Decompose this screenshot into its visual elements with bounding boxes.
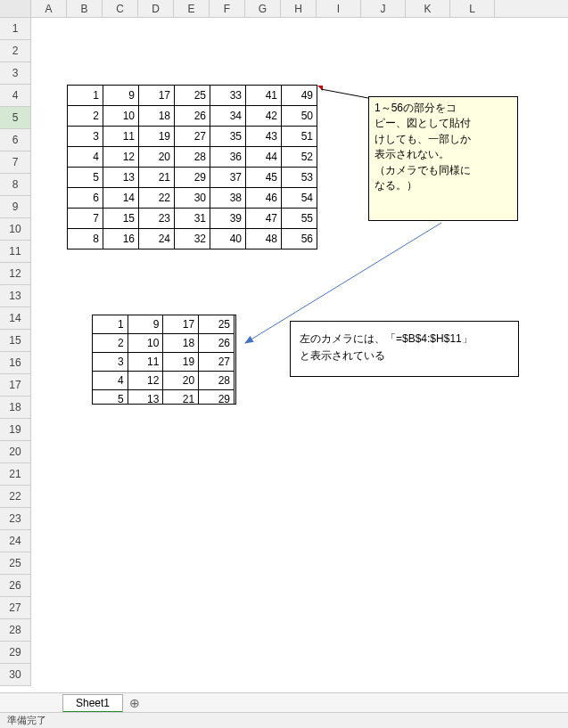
data-cell[interactable]: 39 (210, 209, 246, 229)
row-header[interactable]: 1 (0, 18, 30, 40)
data-cell[interactable]: 12 (103, 147, 139, 168)
row-header[interactable]: 21 (0, 463, 30, 486)
data-cell[interactable]: 15 (103, 209, 139, 229)
data-cell[interactable]: 18 (139, 106, 175, 127)
row-header[interactable]: 19 (0, 419, 30, 441)
data-cell[interactable]: 8 (68, 229, 103, 249)
col-header[interactable]: G (245, 0, 281, 17)
col-header[interactable]: I (317, 0, 361, 17)
data-cell[interactable]: 54 (282, 188, 317, 209)
col-header[interactable]: D (138, 0, 174, 17)
col-header[interactable]: A (31, 0, 67, 17)
data-cell[interactable]: 20 (139, 147, 175, 168)
data-cell[interactable]: 55 (282, 209, 317, 229)
data-cell[interactable]: 41 (246, 86, 282, 106)
col-header[interactable]: F (210, 0, 245, 17)
data-cell[interactable]: 35 (210, 127, 246, 147)
col-header[interactable]: B (67, 0, 103, 17)
data-cell[interactable]: 56 (282, 229, 317, 249)
row-header[interactable]: 15 (0, 330, 30, 352)
col-header[interactable]: H (281, 0, 317, 17)
col-header[interactable]: C (103, 0, 138, 17)
data-cell[interactable]: 48 (246, 229, 282, 249)
row-header[interactable]: 13 (0, 285, 30, 307)
camera-picture-object[interactable]: 1917252101826311192741220285132129 (92, 315, 236, 405)
data-cell[interactable]: 17 (139, 86, 175, 106)
data-cell[interactable]: 44 (246, 147, 282, 168)
row-header[interactable]: 11 (0, 241, 30, 263)
data-cell[interactable]: 42 (246, 106, 282, 127)
row-header[interactable]: 30 (0, 664, 30, 686)
data-cell[interactable]: 27 (175, 127, 210, 147)
data-cell[interactable]: 51 (282, 127, 317, 147)
row-header[interactable]: 20 (0, 441, 30, 463)
row-header[interactable]: 18 (0, 397, 30, 419)
data-cell[interactable]: 22 (139, 188, 175, 209)
data-cell[interactable]: 49 (282, 86, 317, 106)
col-header[interactable]: J (361, 0, 406, 17)
data-cell[interactable]: 11 (103, 127, 139, 147)
worksheet-grid[interactable]: A B C D E F G H I J K L 1234567891011121… (0, 0, 568, 691)
data-cell[interactable]: 5 (68, 168, 103, 188)
row-header[interactable]: 10 (0, 218, 30, 241)
row-header[interactable]: 2 (0, 40, 30, 62)
data-cell[interactable]: 52 (282, 147, 317, 168)
col-header[interactable]: E (174, 0, 210, 17)
row-header[interactable]: 5 (0, 107, 30, 129)
row-header[interactable]: 8 (0, 174, 30, 196)
data-cell[interactable]: 10 (103, 106, 139, 127)
cell-comment-box[interactable]: 1～56の部分をコ ピー、図として貼付 けしても、一部しか 表示されない。 （カ… (368, 96, 518, 221)
row-header[interactable]: 3 (0, 62, 30, 85)
row-header[interactable]: 17 (0, 374, 30, 397)
sheet-tab-active[interactable]: Sheet1 (62, 694, 123, 713)
add-sheet-button[interactable]: ⊕ (125, 693, 144, 713)
row-header[interactable]: 12 (0, 263, 30, 285)
col-header[interactable]: K (406, 0, 450, 17)
row-header[interactable]: 29 (0, 642, 30, 664)
data-cell[interactable]: 28 (175, 147, 210, 168)
data-cell[interactable]: 30 (175, 188, 210, 209)
data-cell[interactable]: 31 (175, 209, 210, 229)
data-cell[interactable]: 19 (139, 127, 175, 147)
data-cell[interactable]: 25 (175, 86, 210, 106)
row-header[interactable]: 27 (0, 597, 30, 619)
data-cell[interactable]: 16 (103, 229, 139, 249)
data-cell[interactable]: 38 (210, 188, 246, 209)
data-cell[interactable]: 40 (210, 229, 246, 249)
data-cell[interactable]: 3 (68, 127, 103, 147)
select-all-corner[interactable] (0, 0, 31, 17)
data-cell[interactable]: 13 (103, 168, 139, 188)
row-header[interactable]: 28 (0, 619, 30, 642)
data-cell[interactable]: 1 (68, 86, 103, 106)
row-header[interactable]: 24 (0, 530, 30, 552)
data-cell[interactable]: 33 (210, 86, 246, 106)
data-cell[interactable]: 47 (246, 209, 282, 229)
row-header[interactable]: 23 (0, 508, 30, 530)
row-header[interactable]: 9 (0, 196, 30, 218)
data-cell[interactable]: 24 (139, 229, 175, 249)
data-cell[interactable]: 6 (68, 188, 103, 209)
data-cell[interactable]: 9 (103, 86, 139, 106)
data-cell[interactable]: 46 (246, 188, 282, 209)
row-header[interactable]: 7 (0, 151, 30, 174)
data-cell[interactable]: 34 (210, 106, 246, 127)
row-header[interactable]: 26 (0, 575, 30, 597)
data-cell[interactable]: 45 (246, 168, 282, 188)
row-header[interactable]: 14 (0, 307, 30, 330)
data-cell[interactable]: 50 (282, 106, 317, 127)
data-cell[interactable]: 43 (246, 127, 282, 147)
data-cell[interactable]: 4 (68, 147, 103, 168)
row-header[interactable]: 4 (0, 85, 30, 107)
data-cell[interactable]: 14 (103, 188, 139, 209)
data-cell[interactable]: 37 (210, 168, 246, 188)
explanation-text-box[interactable]: 左のカメラには、「=$B$4:$H$11」 と表示されている (290, 321, 519, 377)
row-header[interactable]: 16 (0, 352, 30, 374)
data-cell[interactable]: 32 (175, 229, 210, 249)
data-cell[interactable]: 26 (175, 106, 210, 127)
row-header[interactable]: 6 (0, 129, 30, 151)
data-cell[interactable]: 21 (139, 168, 175, 188)
row-header[interactable]: 22 (0, 486, 30, 508)
data-cell[interactable]: 23 (139, 209, 175, 229)
data-cell[interactable]: 7 (68, 209, 103, 229)
data-table-main[interactable]: 1917253341492101826344250311192735435141… (67, 85, 317, 249)
